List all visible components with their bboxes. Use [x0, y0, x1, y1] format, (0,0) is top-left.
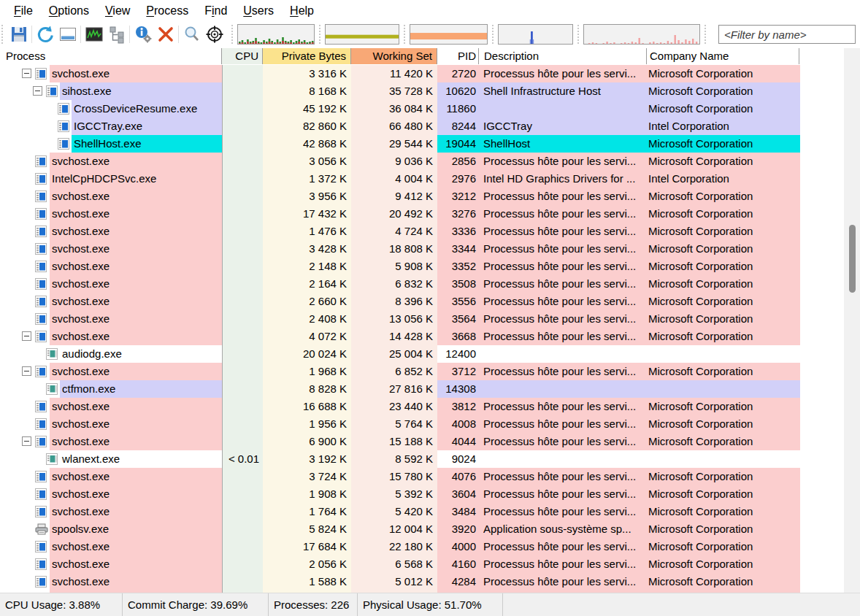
process-row[interactable]: 1 956 K5 764 K4008Processus hôte pour le…	[0, 415, 844, 433]
application-icon	[35, 208, 47, 222]
process-row[interactable]: 45 192 K36 084 K11860Microsoft Corporati…	[0, 100, 844, 118]
process-row[interactable]: 2 408 K13 056 K3564Processus hôte pour l…	[0, 310, 844, 328]
process-row[interactable]: 2 056 K6 568 K4160Processus hôte pour le…	[0, 555, 844, 573]
process-name: svchost.exe	[52, 468, 110, 485]
refresh-button[interactable]	[34, 24, 56, 45]
process-row[interactable]: 3 724 K15 780 K4076Processus hôte pour l…	[0, 468, 844, 485]
description-cell: Processus hôte pour les servi...	[483, 153, 644, 170]
commit-graph-button[interactable]	[325, 24, 399, 45]
process-row[interactable]: 1 908 K5 392 K3604Processus hôte pour le…	[0, 485, 844, 503]
cpu-cell	[222, 118, 263, 135]
column-header-pid[interactable]: PID	[437, 48, 479, 64]
tree-expander-collapse[interactable]	[22, 436, 31, 446]
menu-find[interactable]: Find	[196, 3, 235, 19]
process-row[interactable]: 6 900 K15 188 K4044Processus hôte pour l…	[0, 433, 844, 450]
toolbar-grip[interactable]	[1, 25, 5, 44]
menu-file[interactable]: File	[6, 3, 41, 19]
column-header-process[interactable]: Process	[0, 48, 222, 64]
find-window-process-icon	[205, 25, 224, 44]
menu-options[interactable]: Options	[41, 3, 97, 19]
properties-button[interactable]	[131, 24, 154, 45]
working-set-cell: 6 568 K	[351, 555, 437, 573]
process-row[interactable]: 16 688 K23 440 K3812Processus hôte pour …	[0, 398, 844, 415]
application-icon	[35, 576, 47, 590]
process-row[interactable]: 1 588 K5 012 K4284Processus hôte pour le…	[0, 573, 844, 590]
io-graph-button[interactable]	[498, 24, 573, 45]
process-row[interactable]: 1 764 K5 420 K3484Processus hôte pour le…	[0, 503, 844, 520]
tree-expander-collapse[interactable]	[22, 331, 31, 341]
application-icon	[35, 331, 47, 344]
company-cell: Microsoft Corporation	[648, 205, 799, 223]
process-row[interactable]: 5 824 K12 004 K3920Application sous-syst…	[0, 520, 844, 538]
menu-help[interactable]: Help	[282, 3, 322, 19]
process-name: svchost.exe	[52, 188, 110, 205]
column-header-working-set[interactable]: Working Set	[351, 48, 437, 64]
kill-process-button[interactable]	[154, 24, 177, 45]
process-row[interactable]: 17 432 K20 492 K3276Processus hôte pour …	[0, 205, 844, 223]
application-icon	[35, 471, 47, 485]
process-row[interactable]: 3 056 K9 036 K2856Processus hôte pour le…	[0, 153, 844, 170]
toolbar-grip[interactable]	[704, 25, 708, 44]
columns-button[interactable]	[56, 24, 79, 45]
process-row[interactable]: 20 024 K25 004 K12400audiodg.exe	[0, 345, 844, 363]
row-detail-strip: 11860Microsoft Corporation	[437, 100, 800, 118]
process-row[interactable]: 4 072 K14 428 K3668Processus hôte pour l…	[0, 328, 844, 345]
column-header-cpu[interactable]: CPU	[222, 48, 263, 64]
row-detail-strip: 8244IGCCTrayIntel Corporation	[437, 118, 800, 135]
tree-expander-collapse[interactable]	[22, 69, 31, 78]
cpu-graph-button[interactable]	[237, 24, 315, 45]
process-row[interactable]: 3 428 K18 808 K3344Processus hôte pour l…	[0, 240, 844, 258]
find-window-button[interactable]	[203, 24, 226, 45]
process-row[interactable]: 2 164 K6 832 K3508Processus hôte pour le…	[0, 275, 844, 293]
process-row[interactable]: 8 168 K35 728 K10620Shell Infrastructure…	[0, 82, 844, 100]
save-button[interactable]	[7, 24, 30, 45]
company-cell: Microsoft Corporation	[648, 555, 799, 573]
toolbar-grip[interactable]	[577, 25, 581, 44]
toolbar-grip[interactable]	[404, 25, 407, 44]
menu-view[interactable]: View	[97, 3, 138, 19]
toolbar-grip[interactable]	[231, 25, 235, 44]
process-row[interactable]: 2 660 K8 396 K3556Processus hôte pour le…	[0, 293, 844, 310]
scrollbar-thumb[interactable]	[849, 225, 856, 293]
process-row[interactable]: 3 956 K9 412 K3212Processus hôte pour le…	[0, 188, 844, 205]
menu-process[interactable]: Process	[138, 3, 196, 19]
cpu-cell	[222, 293, 263, 310]
process-row[interactable]: 1 476 K4 724 K3336Processus hôte pour le…	[0, 223, 844, 240]
private-bytes-cell: 8 168 K	[263, 82, 351, 100]
cpu-cell	[222, 503, 263, 520]
process-row[interactable]: 17 684 K22 180 K4000Processus hôte pour …	[0, 538, 844, 555]
process-row[interactable]: 8 828 K27 816 K14308ctfmon.exe	[0, 380, 844, 398]
process-row[interactable]: 3 316 K11 420 K2720Processus hôte pour l…	[0, 65, 844, 82]
tree-expander-collapse[interactable]	[33, 86, 42, 96]
gpu-graph-button[interactable]	[583, 24, 700, 45]
pid-cell: 2976	[437, 170, 478, 188]
column-header-company[interactable]: Company Name	[647, 48, 799, 64]
process-row[interactable]: 1 372 K4 004 K2976Intel HD Graphics Driv…	[0, 170, 844, 188]
working-set-cell: 35 728 K	[351, 82, 437, 100]
private-bytes-cell: 8 828 K	[263, 380, 351, 398]
description-cell: Processus hôte pour les servi...	[483, 328, 644, 345]
process-name: svchost.exe	[52, 293, 110, 310]
physical-memory-graph-button[interactable]	[410, 24, 488, 45]
working-set-cell: 23 440 K	[351, 398, 437, 415]
toolbar-grip[interactable]	[319, 25, 323, 44]
menu-users[interactable]: Users	[235, 3, 282, 19]
column-header-description[interactable]: Description	[479, 48, 647, 64]
find-handle-button[interactable]	[180, 24, 203, 45]
process-name: IGCCTray.exe	[74, 118, 142, 135]
cpu-cell	[222, 82, 263, 100]
process-row[interactable]: 82 860 K66 480 K8244IGCCTrayIntel Corpor…	[0, 118, 844, 135]
working-set-cell: 15 780 K	[351, 468, 437, 485]
process-tree-button[interactable]	[105, 24, 128, 45]
vertical-scrollbar[interactable]	[844, 48, 860, 593]
company-cell: Microsoft Corporation	[648, 188, 799, 205]
process-row[interactable]: < 0.013 192 K8 592 K9024wlanext.exe	[0, 450, 844, 468]
tree-expander-collapse[interactable]	[22, 366, 31, 376]
process-row[interactable]: 1 968 K6 852 K3712Processus hôte pour le…	[0, 363, 844, 380]
process-row[interactable]: 2 148 K5 908 K3352Processus hôte pour le…	[0, 258, 844, 275]
process-row[interactable]: 42 868 K29 544 K19044ShellHostMicrosoft …	[0, 135, 844, 153]
toolbar-grip[interactable]	[492, 25, 496, 44]
filter-input[interactable]	[718, 25, 856, 44]
column-header-private-bytes[interactable]: Private Bytes	[263, 48, 351, 64]
system-information-button[interactable]	[82, 24, 105, 45]
